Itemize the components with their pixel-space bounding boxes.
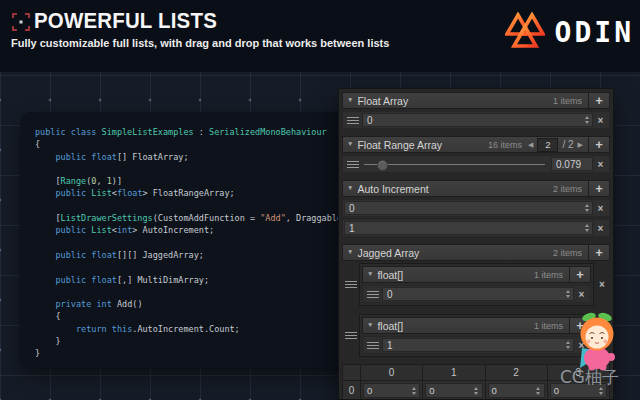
remove-item-button[interactable]: × bbox=[593, 223, 608, 234]
code-token: public bbox=[55, 152, 91, 162]
add-item-button[interactable]: + bbox=[588, 245, 609, 260]
list-row: 0× bbox=[342, 111, 610, 129]
stepper[interactable] bbox=[582, 114, 591, 126]
code-token bbox=[35, 188, 55, 198]
drag-handle-cell[interactable] bbox=[342, 314, 359, 357]
list-row: 1× bbox=[342, 219, 610, 237]
value-field[interactable]: 0.079 bbox=[551, 157, 593, 171]
value-field[interactable]: 1 bbox=[382, 338, 574, 352]
stepper-down-icon[interactable] bbox=[599, 392, 603, 395]
watermark-text: CG柚子 bbox=[560, 366, 619, 389]
collapse-icon[interactable]: ▼ bbox=[367, 271, 373, 278]
stepper-down-icon[interactable] bbox=[474, 392, 478, 395]
code-token: public class bbox=[35, 127, 102, 137]
page-number[interactable]: 2 bbox=[537, 138, 558, 152]
list-header[interactable]: ▼float[]1 items+ bbox=[362, 317, 591, 334]
drag-handle-icon[interactable] bbox=[345, 332, 357, 339]
remove-item-button[interactable]: × bbox=[574, 289, 589, 300]
remove-item-button[interactable]: × bbox=[593, 203, 608, 214]
stepper-down-icon[interactable] bbox=[536, 392, 540, 395]
list-header[interactable]: ▼Float Range Array16 items◀2/ 2▶+ bbox=[342, 136, 610, 153]
code-token: > AutoIncrement; bbox=[132, 225, 214, 235]
stepper[interactable] bbox=[582, 202, 591, 214]
stepper-up-icon[interactable] bbox=[474, 387, 478, 390]
remove-item-button[interactable]: × bbox=[594, 263, 610, 306]
stepper-down-icon[interactable] bbox=[566, 295, 570, 298]
field-value: 0 bbox=[349, 203, 355, 214]
value-field[interactable]: 0 bbox=[382, 287, 574, 301]
page-title: POWERFUL LISTS bbox=[34, 8, 217, 34]
stepper-up-icon[interactable] bbox=[585, 224, 589, 227]
list-header[interactable]: ▼Float Array1 items+ bbox=[342, 92, 610, 109]
code-token: float bbox=[91, 152, 117, 162]
stepper[interactable] bbox=[534, 384, 543, 397]
collapse-icon[interactable]: ▼ bbox=[347, 97, 353, 104]
code-token: } bbox=[35, 348, 40, 358]
drag-handle-cell[interactable] bbox=[342, 263, 359, 306]
stepper[interactable] bbox=[409, 384, 418, 397]
list-title: Auto Increment bbox=[357, 183, 428, 195]
drag-handle-icon[interactable] bbox=[345, 281, 357, 288]
stepper-up-icon[interactable] bbox=[412, 387, 416, 390]
value-field[interactable]: 0 bbox=[363, 383, 420, 398]
value-slider[interactable] bbox=[362, 156, 547, 172]
stepper-down-icon[interactable] bbox=[566, 346, 570, 349]
code-token: ListDrawerSettings bbox=[61, 213, 153, 223]
list-row: 0.079× bbox=[342, 155, 610, 173]
drag-handle-icon[interactable] bbox=[347, 117, 359, 124]
prev-page-icon[interactable]: ◀ bbox=[528, 141, 533, 148]
code-token bbox=[35, 275, 55, 285]
code-token: [] FloatArray; bbox=[117, 152, 189, 162]
stepper-up-icon[interactable] bbox=[585, 116, 589, 119]
collapse-icon[interactable]: ▼ bbox=[347, 249, 353, 256]
stepper[interactable] bbox=[582, 222, 591, 234]
code-token: > FloatRangeArray; bbox=[143, 188, 235, 198]
code-token: float bbox=[117, 188, 143, 198]
value-field[interactable]: 0 bbox=[425, 383, 482, 398]
stepper-down-icon[interactable] bbox=[585, 209, 589, 212]
stepper-up-icon[interactable] bbox=[566, 290, 570, 293]
slider-knob[interactable] bbox=[377, 160, 388, 171]
value-field[interactable]: 0 bbox=[488, 383, 545, 398]
collapse-icon[interactable]: ▼ bbox=[347, 185, 353, 192]
value-field[interactable]: 0 bbox=[362, 113, 593, 127]
pagination: ◀2/ 2▶ bbox=[528, 138, 583, 152]
stepper-down-icon[interactable] bbox=[412, 392, 416, 395]
add-item-button[interactable]: + bbox=[588, 137, 609, 152]
logo-text: ODIN bbox=[555, 14, 634, 52]
drag-handle-icon[interactable] bbox=[367, 342, 379, 349]
value-field[interactable]: 1 bbox=[344, 221, 593, 235]
field-value: 0 bbox=[367, 115, 373, 126]
add-item-button[interactable]: + bbox=[588, 93, 609, 108]
stepper[interactable] bbox=[563, 288, 572, 300]
drag-handle-icon[interactable] bbox=[347, 161, 359, 168]
remove-item-button[interactable]: × bbox=[593, 115, 608, 126]
next-page-icon[interactable]: ▶ bbox=[578, 141, 583, 148]
collapse-icon[interactable]: ▼ bbox=[347, 141, 353, 148]
list-header[interactable]: ▼Auto Increment2 items+ bbox=[342, 180, 610, 197]
drag-handle-icon[interactable] bbox=[367, 291, 379, 298]
stepper-up-icon[interactable] bbox=[566, 341, 570, 344]
add-item-button[interactable]: + bbox=[569, 267, 590, 282]
list-title: Float Array bbox=[357, 95, 408, 107]
list-title: float[] bbox=[377, 320, 403, 332]
add-item-button[interactable]: + bbox=[588, 181, 609, 196]
list-title: Jagged Array bbox=[357, 247, 419, 259]
stepper-up-icon[interactable] bbox=[536, 387, 540, 390]
stepper[interactable] bbox=[472, 384, 481, 397]
remove-item-button[interactable]: × bbox=[593, 159, 608, 170]
code-token: List bbox=[91, 225, 111, 235]
list-header[interactable]: ▼float[]1 items+ bbox=[362, 266, 591, 283]
stepper-down-icon[interactable] bbox=[585, 121, 589, 124]
table-col-header: 0 bbox=[361, 365, 422, 380]
code-token: , bbox=[96, 176, 106, 186]
code-token bbox=[35, 250, 55, 260]
stepper-down-icon[interactable] bbox=[585, 229, 589, 232]
list-header[interactable]: ▼Jagged Array2 items+ bbox=[342, 244, 610, 261]
value-field[interactable]: 0 bbox=[344, 201, 593, 215]
collapse-icon[interactable]: ▼ bbox=[367, 322, 373, 329]
field-value: 0 bbox=[554, 385, 559, 396]
list-row: 0× bbox=[342, 199, 610, 217]
list-section: ▼Auto Increment2 items+0×1× bbox=[342, 180, 610, 237]
stepper-up-icon[interactable] bbox=[585, 204, 589, 207]
